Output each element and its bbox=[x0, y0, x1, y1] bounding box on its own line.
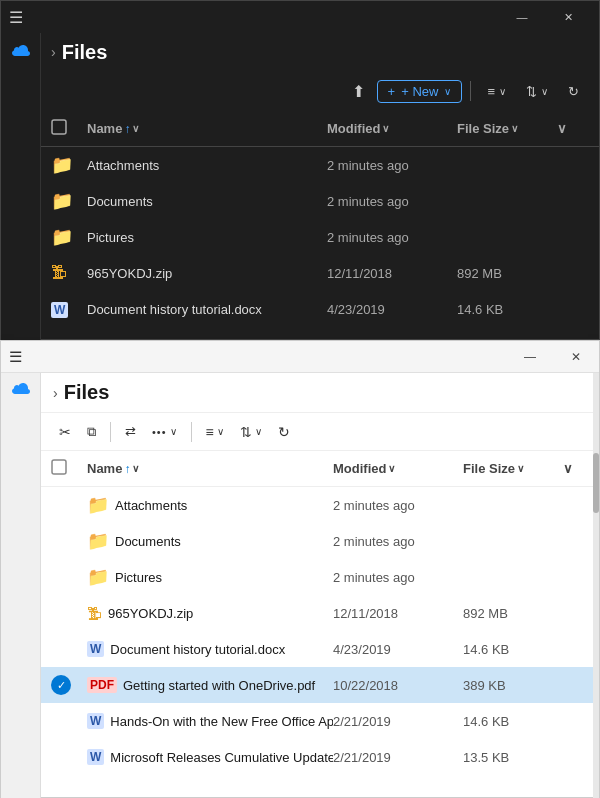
table-row[interactable]: 📁 Documents 2 minutes ago bbox=[1, 183, 599, 219]
close-button-top[interactable]: ✕ bbox=[545, 1, 591, 33]
onedrive-icon-top[interactable] bbox=[10, 43, 32, 62]
toolbar-divider-2-bottom bbox=[191, 422, 192, 442]
filter-button-top[interactable]: ⇅ ∨ bbox=[518, 80, 556, 103]
docx-icon: W bbox=[51, 302, 68, 318]
table-row[interactable]: 🗜 965YOKDJ.zip 12/11/2018 892 MB bbox=[1, 255, 599, 291]
file-name: 965YOKDJ.zip bbox=[87, 266, 327, 281]
refresh-icon-bottom: ↻ bbox=[278, 424, 290, 440]
new-button-top[interactable]: + + New ∨ bbox=[377, 80, 463, 103]
table-row[interactable]: 📁 Attachments 2 minutes ago bbox=[1, 147, 599, 183]
table-row[interactable]: 📁 Pictures 2 minutes ago bbox=[41, 559, 599, 595]
title-bar-controls-top: — ✕ bbox=[499, 1, 591, 33]
filter-chevron-top: ∨ bbox=[541, 86, 548, 97]
toolbar-divider-1-top bbox=[470, 81, 471, 101]
docx-icon: W bbox=[87, 641, 104, 657]
file-name: Document history tutorial.docx bbox=[87, 302, 327, 317]
file-name: 📁 Attachments bbox=[87, 494, 333, 516]
file-modified: 12/11/2018 bbox=[327, 266, 457, 281]
file-modified: 4/23/2019 bbox=[327, 302, 457, 317]
hamburger-icon-top[interactable]: ☰ bbox=[9, 8, 23, 27]
file-name: W Document history tutorial.docx bbox=[87, 641, 333, 657]
new-label-top: + New bbox=[401, 84, 438, 99]
table-row[interactable]: 📁 Attachments 2 minutes ago bbox=[41, 487, 599, 523]
file-modified: 2 minutes ago bbox=[333, 570, 463, 585]
scrollbar-right[interactable] bbox=[593, 373, 599, 798]
scrollbar-thumb[interactable] bbox=[593, 453, 599, 513]
share-button[interactable]: ⇄ bbox=[119, 420, 142, 443]
modified-col-header-top[interactable]: Modified ∨ bbox=[327, 121, 457, 136]
column-headers-top: Name ↑ ∨ Modified ∨ File Size ∨ ∨ bbox=[1, 111, 599, 147]
table-row[interactable]: 🗜 965YOKDJ.zip 12/11/2018 892 MB bbox=[41, 595, 599, 631]
page-title-top: Files bbox=[62, 41, 108, 64]
file-name: 📁 Documents bbox=[87, 530, 333, 552]
file-size: 14.6 KB bbox=[463, 714, 563, 729]
view-icon-top: ≡ bbox=[487, 84, 495, 99]
table-row[interactable]: ✓ PDF Getting started with OneDrive.pdf … bbox=[41, 667, 599, 703]
file-list-bottom: 📁 Attachments 2 minutes ago 📁 Documents … bbox=[41, 487, 599, 775]
file-modified: 2 minutes ago bbox=[333, 498, 463, 513]
file-modified: 2 minutes ago bbox=[333, 534, 463, 549]
file-type-icon: 📁 bbox=[51, 190, 87, 212]
onedrive-icon-bottom[interactable] bbox=[10, 381, 32, 400]
close-button-bottom[interactable]: ✕ bbox=[553, 341, 599, 373]
file-size: 14.6 KB bbox=[463, 642, 563, 657]
filesize-col-header-top[interactable]: File Size ∨ bbox=[457, 121, 557, 136]
table-row[interactable]: W Hands-On with the New Free Office Ap..… bbox=[41, 703, 599, 739]
file-type-icon: 📁 bbox=[51, 226, 87, 248]
upload-button-top[interactable]: ⬆ bbox=[344, 78, 373, 105]
table-row[interactable]: 📁 Pictures 2 minutes ago bbox=[1, 219, 599, 255]
refresh-button-top[interactable]: ↻ bbox=[560, 80, 587, 103]
hamburger-icon-bottom[interactable]: ☰ bbox=[9, 348, 22, 366]
table-row[interactable]: W Microsoft Releases Cumulative Update .… bbox=[41, 739, 599, 775]
filter-chevron-bottom: ∨ bbox=[255, 426, 262, 437]
more-icon: ••• bbox=[152, 426, 167, 438]
minimize-button-top[interactable]: — bbox=[499, 1, 545, 33]
more-chevron-icon: ∨ bbox=[170, 426, 177, 437]
file-size: 13.5 KB bbox=[463, 750, 563, 765]
folder-icon: 📁 bbox=[51, 191, 73, 211]
file-name: Documents bbox=[87, 194, 327, 209]
view-sort-button-top[interactable]: ≡ ∨ bbox=[479, 80, 514, 103]
top-window: ☰ — ✕ › Files ⬆ + + New ∨ ≡ ∨ bbox=[0, 0, 600, 340]
zip-icon: 🗜 bbox=[51, 264, 67, 281]
toolbar-top: ⬆ + + New ∨ ≡ ∨ ⇅ ∨ ↻ bbox=[1, 71, 599, 111]
title-bar-bottom: ☰ — ✕ bbox=[1, 341, 599, 373]
refresh-button-bottom[interactable]: ↻ bbox=[272, 420, 296, 444]
more-button[interactable]: ••• ∨ bbox=[146, 422, 183, 442]
cut-button[interactable]: ✂ bbox=[53, 420, 77, 444]
file-name: 🗜 965YOKDJ.zip bbox=[87, 605, 333, 622]
name-col-header-bottom[interactable]: Name ↑ ∨ bbox=[87, 461, 333, 476]
modified-col-header-bottom[interactable]: Modified ∨ bbox=[333, 461, 463, 476]
view-button-bottom[interactable]: ≡ ∨ bbox=[200, 420, 230, 444]
file-name: Attachments bbox=[87, 158, 327, 173]
copy-button[interactable]: ⧉ bbox=[81, 420, 102, 444]
file-size: 892 MB bbox=[457, 266, 557, 281]
content-bottom: › Files ✂ ⧉ ⇄ ••• ∨ ≡ ∨ bbox=[41, 373, 599, 797]
docx-icon: W bbox=[87, 749, 104, 765]
filter-button-bottom[interactable]: ⇅ ∨ bbox=[234, 420, 268, 444]
file-modified: 2 minutes ago bbox=[327, 194, 457, 209]
file-name: W Hands-On with the New Free Office Ap..… bbox=[87, 713, 333, 729]
table-row[interactable]: W Document history tutorial.docx 4/23/20… bbox=[41, 631, 599, 667]
filesize-col-header-bottom[interactable]: File Size ∨ bbox=[463, 461, 563, 476]
folder-icon: 📁 bbox=[51, 155, 73, 175]
file-type-icon: 🗜 bbox=[51, 264, 87, 282]
pdf-icon: PDF bbox=[87, 677, 117, 693]
breadcrumb-chevron-bottom: › bbox=[53, 385, 58, 401]
file-name: Pictures bbox=[87, 230, 327, 245]
page-header-top: › Files bbox=[1, 33, 599, 71]
table-row[interactable]: W Document history tutorial.docx 4/23/20… bbox=[1, 291, 599, 327]
file-size: 14.6 KB bbox=[457, 302, 557, 317]
table-row[interactable]: 📁 Documents 2 minutes ago bbox=[41, 523, 599, 559]
view-chevron-top: ∨ bbox=[499, 86, 506, 97]
minimize-button-bottom[interactable]: — bbox=[507, 341, 553, 373]
file-name: 📁 Pictures bbox=[87, 566, 333, 588]
sidebar-bottom bbox=[1, 373, 41, 798]
share-icon: ⇄ bbox=[125, 424, 136, 439]
name-col-header-top[interactable]: Name ↑ ∨ bbox=[87, 121, 327, 136]
new-plus-icon: + bbox=[388, 84, 396, 99]
file-type-icon: 📁 bbox=[51, 154, 87, 176]
refresh-icon-top: ↻ bbox=[568, 84, 579, 99]
filter-icon-top: ⇅ bbox=[526, 84, 537, 99]
toolbar-bottom: ✂ ⧉ ⇄ ••• ∨ ≡ ∨ ⇅ ∨ ↻ bbox=[41, 413, 599, 451]
